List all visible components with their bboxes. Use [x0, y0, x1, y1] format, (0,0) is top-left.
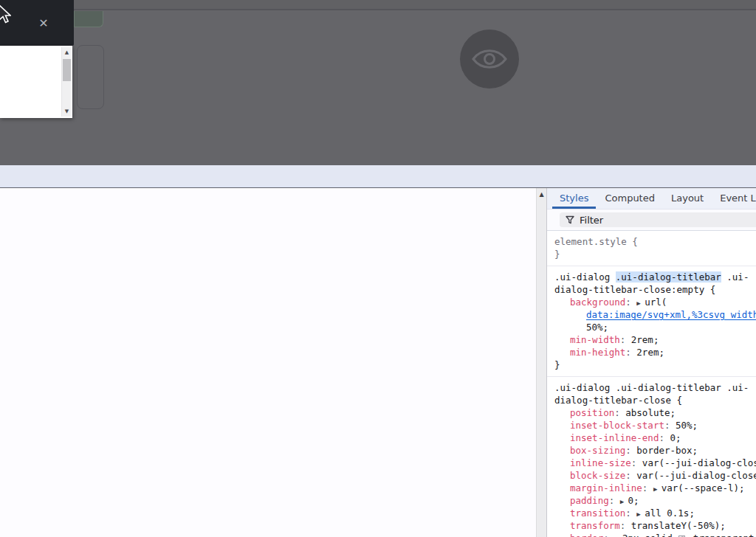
filter-placeholder-label: Filter	[580, 215, 603, 226]
css-code-line: element.style {	[554, 235, 756, 248]
css-prop-text: transform	[570, 520, 620, 531]
css-code-line: }	[554, 358, 756, 371]
scrollbar-thumb[interactable]	[63, 59, 71, 81]
css-code-line: dialog-titlebar-close {	[554, 394, 756, 406]
css-colon-text: :	[609, 495, 620, 506]
css-val-text: translateY(-50%);	[631, 520, 726, 531]
css-prop-text: background	[570, 297, 625, 308]
css-code-line: 50%;	[554, 321, 756, 333]
css-prop-text: inset-inline-end	[570, 432, 659, 443]
css-val-text: border-box;	[636, 445, 698, 456]
eye-toggle-button[interactable]	[460, 30, 519, 89]
css-val-text: 0;	[670, 432, 681, 443]
page-top-strip	[0, 0, 756, 10]
css-code-line: padding: ▶ 0;	[554, 494, 756, 507]
css-prop-text: transition	[570, 507, 625, 519]
css-val-text: 2px solid	[622, 533, 678, 537]
scroll-up-arrow-icon[interactable]: ▲	[62, 49, 72, 56]
css-code-line: min-width: 2rem;	[554, 333, 756, 346]
devtools-tabbar: Styles Computed Layout Event List	[547, 188, 756, 209]
dialog-close-button[interactable]: ✕	[35, 16, 52, 31]
tab-layout[interactable]: Layout	[664, 188, 711, 209]
css-code-line: .ui-dialog .ui-dialog-titlebar .ui-	[554, 271, 756, 283]
css-rule-titlebar-close: .ui-dialog .ui-dialog-titlebar .ui-dialo…	[547, 377, 756, 537]
eye-icon	[467, 37, 512, 81]
css-colon-text: :	[631, 457, 642, 468]
css-prop-text: box-sizing	[570, 445, 625, 456]
devtools-panel: Styles Computed Layout Event List Filter…	[546, 188, 756, 537]
tab-styles[interactable]: Styles	[552, 188, 596, 209]
css-colon-text: :	[603, 533, 614, 537]
styles-filter-row: Filter	[547, 209, 756, 231]
css-code-line: data:image/svg+xml,%3csvg width=	[554, 308, 756, 321]
styles-filter-input[interactable]: Filter	[560, 212, 756, 227]
css-link-text[interactable]: data:image/svg+xml,%3csvg width=	[586, 309, 756, 320]
expand-triangle-icon[interactable]: ▶	[636, 299, 645, 307]
css-prop-text: inline-size	[570, 457, 631, 468]
css-rule-titlebar-close-empty: .ui-dialog .ui-dialog-titlebar .ui-dialo…	[547, 266, 756, 377]
css-code-line: margin-inline: ▶ var(--space-l);	[554, 482, 756, 494]
css-code-line: inline-size: var(--jui-dialog-close	[554, 457, 756, 469]
expand-triangle-icon[interactable]: ▶	[653, 485, 662, 493]
css-val-text: 2rem;	[636, 347, 664, 358]
css-sel-text: .ui-	[721, 271, 749, 283]
css-val-text: var(--space-l);	[662, 482, 745, 493]
tab-event-listeners[interactable]: Event List	[712, 188, 756, 209]
css-code-line: inset-block-start: 50%;	[554, 419, 756, 432]
css-val-text: var(--jui-dialog-close-	[636, 470, 756, 481]
scroll-up-arrow-icon[interactable]: ▲	[539, 191, 543, 198]
tab-computed[interactable]: Computed	[597, 188, 662, 209]
css-code-line: }	[554, 248, 756, 260]
css-code-line: inset-inline-end: 0;	[554, 432, 756, 444]
css-rule-element-style: element.style {}	[547, 231, 756, 266]
css-colon-text: :	[614, 407, 625, 418]
css-code-line: box-sizing: border-box;	[554, 444, 756, 457]
css-prop-text: inset-block-start	[570, 420, 664, 431]
scroll-down-arrow-icon[interactable]: ▼	[62, 108, 72, 115]
css-val-text: 50%;	[586, 322, 608, 333]
expand-triangle-icon[interactable]: ▶	[636, 510, 645, 518]
css-code-line: dialog-titlebar-close:empty {	[554, 283, 756, 296]
css-colon-text: :	[664, 420, 676, 431]
css-colon-text: :	[620, 334, 631, 345]
css-prop-text: border	[570, 533, 603, 537]
screenshot-stage: ✕ ▲ ▼ ▲ Styles Computed Layout Event Lis…	[0, 0, 756, 537]
css-val-text: var(--jui-dialog-close	[642, 457, 756, 468]
css-colon-text: :	[642, 482, 653, 493]
dropdown-scrollbar[interactable]: ▲ ▼	[61, 47, 71, 117]
css-code-line: .ui-dialog .ui-dialog-titlebar .ui-	[554, 381, 756, 394]
css-gray-text: }	[554, 249, 560, 260]
css-prop-text: position	[570, 407, 614, 418]
css-selhl-text: .ui-dialog-titlebar	[616, 271, 721, 283]
page-scrollbar[interactable]: ▲	[536, 188, 546, 537]
mouse-cursor-icon	[0, 4, 11, 24]
dialog-titlebar: ✕	[0, 0, 74, 46]
filter-funnel-icon	[566, 215, 574, 224]
expand-triangle-icon[interactable]: ▶	[620, 498, 628, 505]
toolbar-band	[0, 165, 756, 187]
css-code-line: position: absolute;	[554, 406, 756, 419]
css-colon-text: :	[620, 520, 631, 531]
css-val-text: 0;	[628, 495, 639, 506]
css-colon-text: :	[625, 507, 636, 519]
css-gray-text: element.style {	[554, 236, 638, 247]
css-sel-text: dialog-titlebar-close:empty {	[554, 284, 715, 295]
css-val-text: transparent;	[687, 533, 756, 537]
css-code-line: transform: translateY(-50%);	[554, 519, 756, 532]
css-sel-text: dialog-titlebar-close {	[554, 395, 682, 406]
css-colon-text: :	[659, 432, 670, 443]
css-prop-text: block-size	[570, 470, 625, 481]
css-colon-text: :	[625, 470, 636, 481]
css-val-text: url(	[645, 297, 667, 308]
css-colon-text: :	[625, 445, 636, 456]
css-val-text: absolute;	[625, 407, 676, 418]
css-prop-text: padding	[570, 495, 609, 506]
css-val-text: }	[554, 359, 560, 370]
background-tab-fragment	[74, 11, 103, 27]
css-colon-text: :	[625, 347, 636, 358]
css-sel-text: .ui-dialog .ui-dialog-titlebar .ui-	[554, 382, 749, 393]
css-prop-text: min-height	[570, 347, 625, 358]
css-code-line: border: ▶ 2px solid transparent;	[554, 532, 756, 537]
css-code-line: transition: ▶ all 0.1s;	[554, 507, 756, 519]
css-val-text: 50%;	[676, 420, 698, 431]
